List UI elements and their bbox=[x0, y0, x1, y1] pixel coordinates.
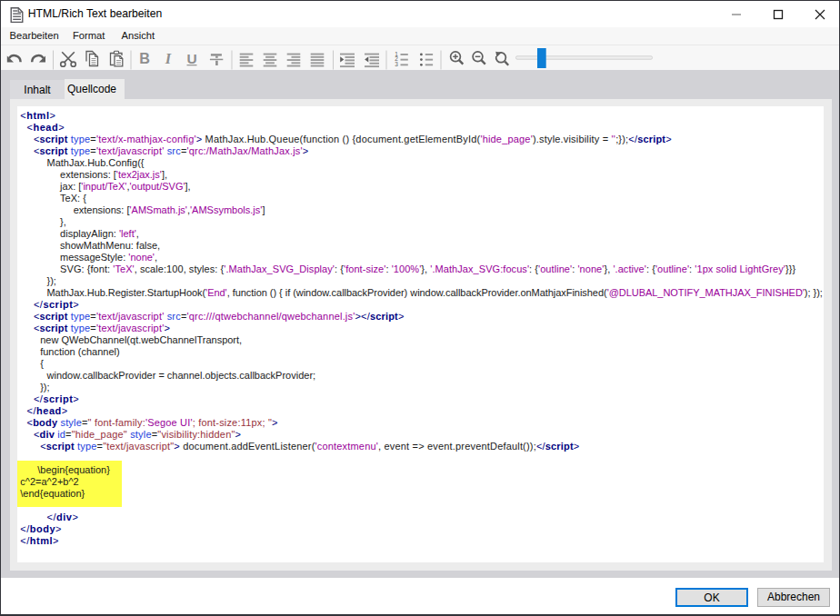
svg-text:U: U bbox=[186, 51, 196, 66]
svg-text:I: I bbox=[165, 50, 172, 67]
svg-text:B: B bbox=[139, 50, 150, 66]
svg-text:3: 3 bbox=[395, 61, 398, 67]
